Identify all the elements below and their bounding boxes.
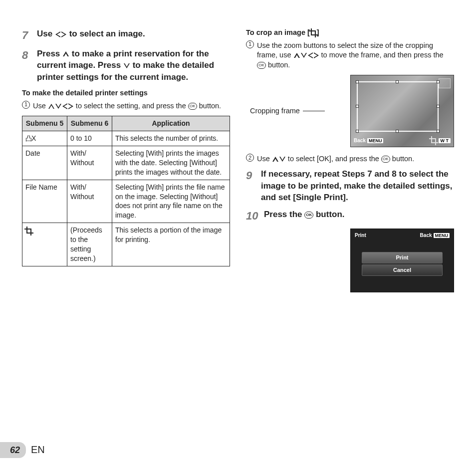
col-submenu5: Submenu 5 xyxy=(22,116,67,131)
menu-badge: MENU xyxy=(434,233,450,238)
table-row: (Proceeds to the setting screen.) This s… xyxy=(22,223,230,266)
up-arrow-icon xyxy=(294,53,300,58)
ok-button-icon: OK xyxy=(257,62,266,69)
circled-2-icon: 2 xyxy=(246,154,254,162)
crop-icon xyxy=(430,137,437,144)
table-header-row: Submenu 5 Submenu 6 Application xyxy=(22,116,230,131)
step-7: 7 Use to select an image. xyxy=(22,28,230,43)
printer-settings-table: Submenu 5 Submenu 6 Application 凸X 0 to … xyxy=(22,116,230,266)
step-8: 8 Press to make a print reservation for … xyxy=(22,48,230,83)
print-menu-options: Print Cancel xyxy=(362,252,443,277)
col-application: Application xyxy=(112,116,230,131)
step-10-number: 10 xyxy=(246,209,264,224)
step-8-number: 8 xyxy=(22,48,37,63)
ok-button-icon: OK xyxy=(304,212,313,219)
up-arrow-icon xyxy=(272,157,278,162)
print-option-print: Print xyxy=(362,252,443,263)
down-arrow-icon xyxy=(279,157,285,162)
col-submenu6: Submenu 6 xyxy=(67,116,112,131)
crop-icon xyxy=(310,29,317,36)
table-row: Date With/ Without Selecting [With] prin… xyxy=(22,146,230,180)
step-9: 9 If necessary, repeat Steps 7 and 8 to … xyxy=(246,168,454,204)
page-number: 62 xyxy=(0,442,26,458)
right-arrow-icon xyxy=(61,31,66,37)
cropping-frame-rectangle xyxy=(357,81,439,132)
crop-heading: To crop an image [] xyxy=(246,28,454,38)
print-option-cancel: Cancel xyxy=(362,264,443,276)
crop-substep-2: 2 Use to select [OK], and press the OK b… xyxy=(246,154,454,164)
left-arrow-icon xyxy=(62,103,67,109)
down-arrow-icon xyxy=(301,53,307,58)
crop-substep-1: 1 Use the zoom buttons to select the siz… xyxy=(246,41,454,70)
cropping-frame-label: Cropping frame xyxy=(250,106,300,116)
crop-icon xyxy=(25,228,32,235)
left-column: 7 Use to select an image. 8 Press to mak… xyxy=(22,28,230,292)
circled-1-icon: 1 xyxy=(22,101,30,109)
step-8-text: Press to make a print reservation for th… xyxy=(37,48,230,83)
page-footer: 62 EN xyxy=(0,442,45,458)
up-arrow-icon xyxy=(63,51,69,56)
circled-1-icon: 1 xyxy=(246,40,254,48)
up-arrow-icon xyxy=(48,104,54,109)
overlay-badge-icon xyxy=(439,78,451,88)
table-row: 凸X 0 to 10 This selects the number of pr… xyxy=(22,131,230,146)
language-label: EN xyxy=(31,443,45,457)
crop-preview-footer: BackMENU W T xyxy=(354,137,451,144)
step-10: 10 Press the OK button. xyxy=(246,209,454,224)
left-arrow-icon xyxy=(55,31,60,37)
step-9-text: If necessary, repeat Steps 7 and 8 to se… xyxy=(261,168,454,204)
detailed-settings-substep: 1 Use to select the setting, and press t… xyxy=(22,101,230,111)
step-9-number: 9 xyxy=(246,168,261,183)
print-menu-screenshot: Print BackMENU Print Cancel xyxy=(350,229,454,292)
table-row: File Name With/ Without Selecting [With]… xyxy=(22,180,230,223)
down-arrow-icon xyxy=(124,63,130,68)
print-menu-header: Print BackMENU xyxy=(355,232,450,239)
step-10-text: Press the OK button. xyxy=(264,209,454,221)
step-7-number: 7 xyxy=(22,28,37,43)
menu-badge: MENU xyxy=(367,138,384,143)
cropping-frame-callout: Cropping frame BackMENU W T xyxy=(250,75,454,147)
right-column: To crop an image [] 1 Use the zoom butto… xyxy=(246,28,454,292)
left-arrow-icon xyxy=(308,52,313,58)
step-7-text: Use to select an image. xyxy=(37,28,230,40)
right-arrow-icon xyxy=(68,103,73,109)
detailed-settings-heading: To make the detailed printer settings xyxy=(22,88,230,98)
print-order-icon: 凸 xyxy=(25,135,31,142)
ok-button-icon: OK xyxy=(188,103,197,110)
down-arrow-icon xyxy=(55,104,61,109)
ok-button-icon: OK xyxy=(381,156,390,163)
print-menu-title: Print xyxy=(355,232,366,239)
leader-line xyxy=(303,111,325,111)
wt-zoom-badge: W T xyxy=(439,138,451,143)
right-arrow-icon xyxy=(314,52,319,58)
crop-preview-screenshot: BackMENU W T xyxy=(350,75,454,147)
page-content: 7 Use to select an image. 8 Press to mak… xyxy=(0,0,476,292)
